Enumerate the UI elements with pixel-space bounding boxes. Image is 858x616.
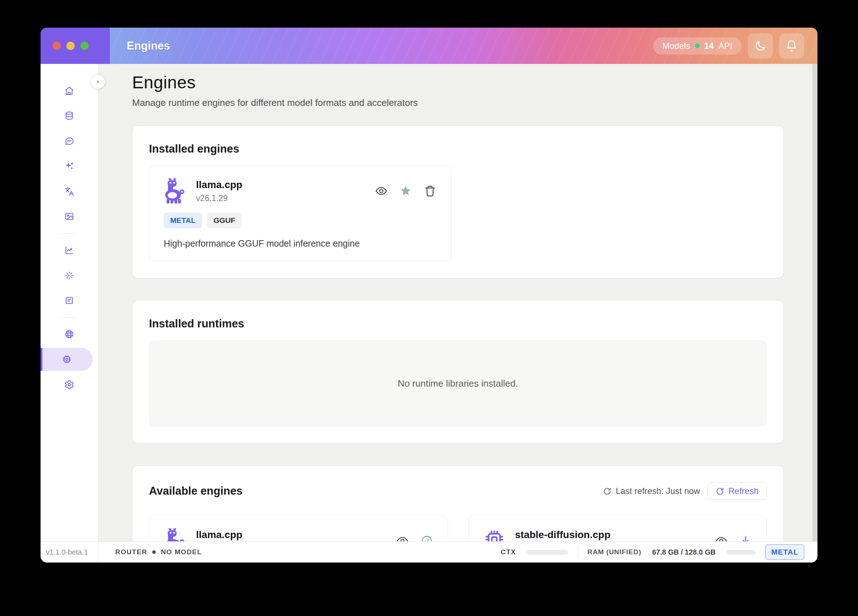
content-column: Engines Manage runtime engines for diffe… bbox=[98, 64, 818, 563]
chat-icon bbox=[64, 136, 74, 146]
eye-icon bbox=[715, 535, 728, 541]
titlebar: Engines Models 14 API bbox=[40, 28, 818, 64]
refresh-icon bbox=[715, 487, 724, 496]
languages-icon bbox=[64, 186, 74, 196]
ctx-label: CTX bbox=[501, 548, 516, 556]
sidebar-item-notes[interactable] bbox=[40, 288, 98, 313]
titlebar-title: Engines bbox=[127, 39, 170, 53]
sidebar-item-models[interactable] bbox=[40, 103, 98, 129]
available-engine-card: stable-diffusion.cpp v26.1.29 bbox=[468, 515, 767, 541]
trash-icon bbox=[424, 185, 437, 198]
router-label: ROUTER bbox=[115, 548, 147, 556]
chip-icon bbox=[483, 528, 506, 541]
sidebar-collapse-button[interactable] bbox=[91, 75, 105, 89]
view-engine-button[interactable] bbox=[715, 535, 728, 541]
sidebar-nav bbox=[40, 64, 98, 397]
screen: Engines Models 14 API bbox=[0, 0, 858, 616]
models-pill-label: Models bbox=[662, 41, 690, 51]
sidebar-item-web[interactable] bbox=[40, 322, 98, 347]
page-subtitle: Manage runtime engines for different mod… bbox=[132, 97, 784, 109]
refresh-button[interactable]: Refresh bbox=[707, 482, 767, 500]
sidebar-item-assistants[interactable] bbox=[40, 154, 98, 179]
sidebar-item-engines[interactable] bbox=[40, 348, 93, 371]
refresh-button-label: Refresh bbox=[728, 486, 759, 496]
delete-engine-button[interactable] bbox=[424, 185, 437, 198]
engine-name: llama.cpp bbox=[196, 179, 242, 191]
installed-runtimes-panel: Installed runtimes No runtime libraries … bbox=[132, 300, 784, 443]
engine-name: stable-diffusion.cpp bbox=[515, 529, 611, 541]
theme-toggle-button[interactable] bbox=[748, 33, 773, 59]
engine-description: High-performance GGUF model inference en… bbox=[164, 238, 437, 249]
format-badge: METAL bbox=[164, 213, 202, 228]
download-icon bbox=[739, 535, 752, 541]
available-engines-title: Available engines bbox=[149, 485, 242, 498]
api-count: 14 bbox=[704, 41, 714, 51]
favorite-engine-button[interactable] bbox=[399, 185, 412, 198]
engine-name: llama.cpp bbox=[196, 529, 242, 541]
sparkles-icon bbox=[64, 161, 74, 171]
router-status: ROUTER NO MODEL bbox=[115, 548, 202, 556]
moon-icon bbox=[754, 40, 766, 52]
eye-icon bbox=[396, 535, 409, 541]
image-icon bbox=[64, 212, 74, 221]
sidebar-item-chat[interactable] bbox=[40, 129, 98, 154]
engine-version: v26.1.29 bbox=[196, 193, 242, 203]
model-status-dot bbox=[152, 550, 156, 554]
scrollbar[interactable] bbox=[812, 64, 818, 541]
database-icon bbox=[64, 111, 74, 121]
installed-runtimes-title: Installed runtimes bbox=[149, 317, 767, 330]
eye-icon bbox=[375, 185, 388, 198]
minimize-window-button[interactable] bbox=[67, 42, 75, 50]
burst-icon bbox=[64, 270, 74, 280]
last-refresh-text: Last refresh: Just now bbox=[616, 486, 700, 496]
installed-engines-panel: Installed engines bbox=[132, 126, 784, 278]
api-label: API bbox=[718, 41, 732, 51]
sidebar-item-activity[interactable] bbox=[40, 263, 98, 288]
sidebar-item-analytics[interactable] bbox=[40, 238, 98, 263]
window-body: v1.1.0-beta.1 Engines Manage runtime eng… bbox=[40, 64, 818, 563]
traffic-light-block bbox=[40, 28, 110, 64]
runtimes-empty-state: No runtime libraries installed. bbox=[149, 340, 767, 426]
installed-check-indicator bbox=[420, 535, 433, 541]
app-version: v1.1.0-beta.1 bbox=[40, 541, 98, 563]
view-engine-button[interactable] bbox=[375, 185, 388, 198]
gear-icon bbox=[64, 380, 74, 389]
models-status-pill[interactable]: Models 14 API bbox=[653, 37, 742, 54]
sidebar-item-translate[interactable] bbox=[40, 179, 98, 204]
app-window: Engines Models 14 API bbox=[40, 28, 818, 563]
home-icon bbox=[64, 86, 74, 96]
format-badge: GGUF bbox=[207, 213, 242, 228]
statusbar-divider bbox=[578, 546, 578, 558]
titlebar-gradient: Engines Models 14 API bbox=[110, 28, 818, 64]
zoom-window-button[interactable] bbox=[81, 42, 89, 50]
bell-icon bbox=[785, 40, 798, 52]
refresh-icon bbox=[603, 487, 612, 496]
api-status-dot bbox=[695, 44, 700, 48]
installed-engines-title: Installed engines bbox=[149, 143, 767, 156]
close-window-button[interactable] bbox=[53, 42, 61, 50]
statusbar: ROUTER NO MODEL CTX RAM (UNIFIED) 67.8 G… bbox=[98, 541, 818, 563]
ram-value: 67.8 GB / 128.0 GB bbox=[652, 548, 715, 557]
star-icon bbox=[399, 185, 412, 198]
download-engine-button[interactable] bbox=[739, 535, 752, 541]
page-title: Engines bbox=[132, 73, 784, 92]
chip-icon bbox=[62, 354, 72, 364]
sidebar-divider bbox=[40, 313, 98, 322]
ram-label: RAM (UNIFIED) bbox=[587, 548, 641, 556]
main-scroll-area[interactable]: Engines Manage runtime engines for diffe… bbox=[98, 64, 818, 541]
view-engine-button[interactable] bbox=[396, 535, 409, 541]
llama-icon bbox=[164, 178, 187, 204]
sidebar-item-home[interactable] bbox=[40, 78, 98, 103]
available-engine-card: llama.cpp v26.1.29 bbox=[149, 515, 448, 541]
sidebar-item-images[interactable] bbox=[40, 204, 98, 229]
available-engines-panel: Available engines Last refresh: Just now bbox=[132, 465, 784, 541]
note-icon bbox=[64, 296, 74, 305]
accelerator-badge: METAL bbox=[765, 544, 805, 560]
chart-line-icon bbox=[64, 245, 74, 255]
ctx-progress-bar bbox=[526, 550, 568, 555]
notifications-button[interactable] bbox=[779, 33, 804, 59]
ram-progress-bar bbox=[726, 550, 756, 555]
sidebar: v1.1.0-beta.1 bbox=[40, 64, 98, 563]
sidebar-item-settings[interactable] bbox=[40, 372, 98, 397]
sidebar-divider bbox=[40, 229, 98, 238]
